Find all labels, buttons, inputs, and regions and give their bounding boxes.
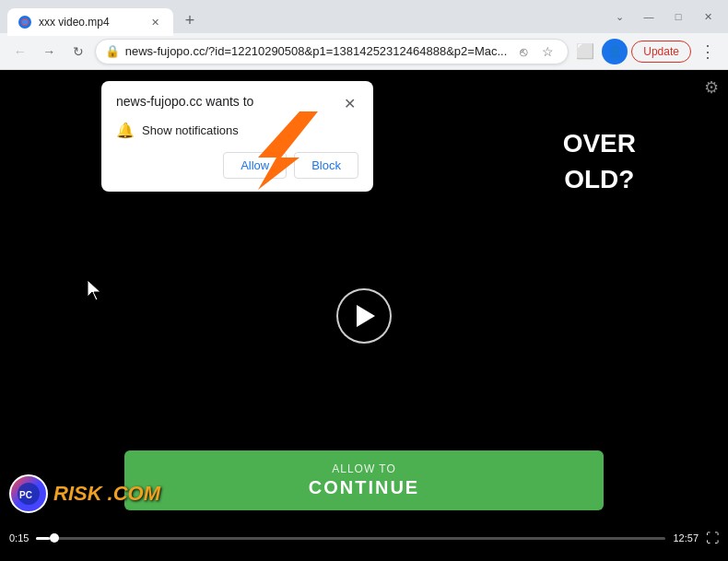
profile-button[interactable]: 👤 (602, 39, 628, 64)
progress-fill (36, 537, 50, 540)
lock-icon: 🔒 (105, 44, 120, 58)
total-time: 12:57 (673, 532, 699, 543)
browser-frame: xxx video.mp4 ✕ + ⌄ — □ ✕ ← → ↻ 🔒 news-f… (0, 0, 728, 561)
tab-favicon (18, 16, 31, 29)
notification-popup: news-fujopo.cc wants to ✕ 🔔 Show notific… (101, 81, 373, 192)
popup-header: news-fujopo.cc wants to ✕ (116, 94, 358, 112)
bell-icon: 🔔 (116, 122, 135, 139)
progress-bar[interactable] (36, 537, 665, 540)
url-bar[interactable]: 🔒 news-fujopo.cc/?id=12210290508&p1=1381… (95, 39, 569, 64)
settings-icon[interactable]: ⚙ (704, 77, 719, 98)
menu-button[interactable]: ⋮ (695, 39, 721, 64)
play-button[interactable] (336, 288, 392, 344)
back-button[interactable]: ← (7, 39, 33, 64)
allow-button[interactable]: Allow (223, 152, 287, 179)
minimize-button[interactable]: — (636, 4, 662, 29)
pc-logo-svg: PC (16, 481, 41, 507)
video-overlay-text: OVER OLD? (563, 125, 636, 197)
pc-logo-circle: PC (9, 474, 48, 513)
address-bar: ← → ↻ 🔒 news-fujopo.cc/?id=12210290508&p… (0, 33, 728, 70)
content-area: OVER OLD? ⚙ ALLOW TO CONTINUE 0:15 12:57… (0, 70, 728, 561)
window-controls: ⌄ — □ ✕ (606, 4, 721, 29)
maximize-button[interactable]: □ (665, 4, 691, 29)
current-time: 0:15 (9, 532, 29, 543)
title-bar: xxx video.mp4 ✕ + ⌄ — □ ✕ (0, 0, 728, 33)
extensions-button[interactable]: ⬜ (572, 39, 598, 64)
reload-button[interactable]: ↻ (65, 39, 91, 64)
url-text: news-fujopo.cc/?id=12210290508&p1=138142… (125, 44, 508, 58)
notification-label: Show notifications (142, 123, 239, 137)
svg-text:PC: PC (19, 490, 32, 500)
watermark-area: PC RISK .COM (9, 474, 160, 513)
allow-continue-button[interactable]: ALLOW TO CONTINUE (124, 450, 604, 510)
svg-point-1 (22, 19, 28, 25)
chevron-down-icon[interactable]: ⌄ (606, 4, 632, 29)
share-icon[interactable]: ⎋ (512, 41, 534, 63)
bookmark-icon[interactable]: ☆ (536, 41, 558, 63)
block-button[interactable]: Block (294, 152, 358, 179)
popup-close-button[interactable]: ✕ (340, 94, 358, 112)
video-controls: 0:15 12:57 ⛶ (0, 515, 728, 561)
popup-notification-row: 🔔 Show notifications (116, 122, 358, 139)
tab-close-button[interactable]: ✕ (147, 15, 162, 29)
tab-title: xxx video.mp4 (39, 16, 140, 29)
new-tab-button[interactable]: + (177, 7, 203, 33)
play-icon (357, 305, 375, 327)
toolbar-right: ⬜ 👤 Update ⋮ (572, 39, 721, 64)
risk-text: RISK (53, 484, 102, 504)
popup-title: news-fujopo.cc wants to (116, 94, 253, 109)
close-window-button[interactable]: ✕ (695, 4, 721, 29)
risk-com-text: .COM (108, 482, 160, 506)
continue-label: CONTINUE (309, 477, 419, 498)
tab-area: xxx video.mp4 ✕ + (7, 0, 601, 33)
forward-button[interactable]: → (37, 39, 63, 64)
fullscreen-button[interactable]: ⛶ (706, 531, 719, 545)
progress-dot (50, 533, 59, 543)
url-actions: ⎋ ☆ (512, 41, 558, 63)
risk-text-area: RISK (53, 484, 102, 504)
popup-actions: Allow Block (116, 152, 358, 179)
update-button[interactable]: Update (631, 41, 691, 63)
allow-to-label: ALLOW TO (332, 462, 396, 475)
active-tab[interactable]: xxx video.mp4 ✕ (7, 8, 173, 36)
